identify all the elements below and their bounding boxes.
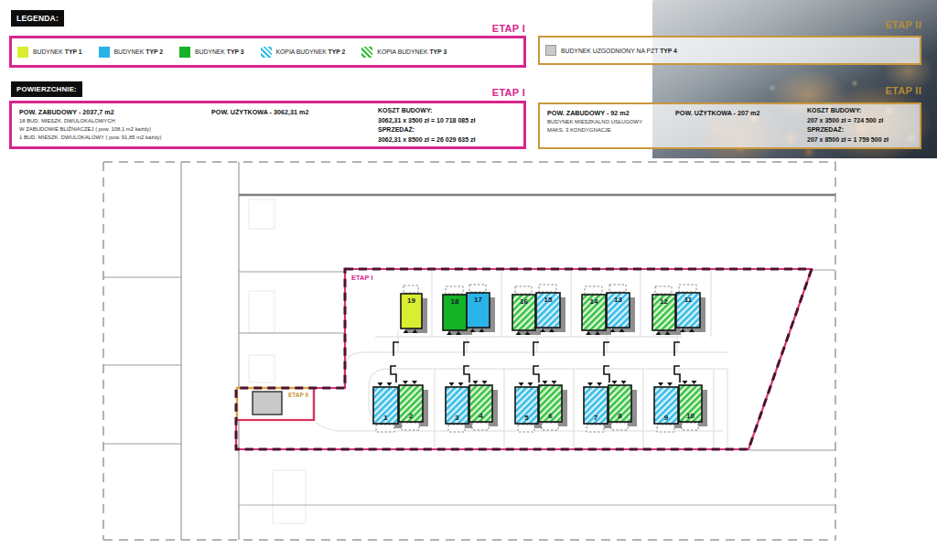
building-number: 17: [474, 296, 482, 304]
areas-etap1-label: ETAP I: [492, 87, 525, 98]
terrace: [376, 425, 394, 432]
terrace: [587, 425, 604, 432]
areas-etap1-box: POW. ZABUDOWY - 2037,7 m2 18 BUD. MIESZK…: [9, 101, 526, 149]
building-17: 17: [467, 285, 495, 332]
terrace: [404, 285, 418, 293]
terrace: [679, 285, 696, 292]
typ3-swatch: [179, 47, 190, 58]
building-10: 10: [679, 381, 707, 430]
building-number: 11: [684, 296, 693, 304]
legend-items: BUDYNEK TYP 1BUDYNEK TYP 2BUDYNEK TYP 3K…: [12, 38, 523, 65]
legend-item: KOPIA BUDYNEK TYP 3: [361, 47, 447, 58]
terrace: [655, 286, 672, 294]
buildings-layer: 19181716151413121112345678910: [253, 285, 707, 432]
legend-item-label: BUDYNEK UZGODNIONY NA PZT TYP 4: [561, 48, 677, 54]
legend-item: KOPIA BUDYNEK TYP 2: [261, 47, 346, 58]
pow-sub2: W ZABUDOWIE BLIŹNIACZEJ ( pow. 108,1 m2 …: [19, 125, 161, 134]
building-number: 15: [544, 296, 553, 304]
entrance-arrows: [473, 381, 488, 384]
entrance-arrows: [378, 382, 393, 386]
legend-etap2-box: BUDYNEK UZGODNIONY NA PZT TYP 4: [538, 36, 921, 65]
legend-etap1-box: BUDYNEK TYP 1BUDYNEK TYP 2BUDYNEK TYP 3K…: [9, 36, 526, 68]
entrance-arrows: [543, 381, 557, 384]
legend-item: BUDYNEK TYP 2: [99, 47, 164, 58]
terrace: [402, 423, 419, 430]
building-number: 2: [409, 412, 414, 420]
legend-item-label: BUDYNEK TYP 1: [33, 48, 82, 55]
plan-etap2-label: ETAP II: [288, 392, 308, 398]
pow-zabudowy-2: POW. ZABUDOWY - 92 m2: [547, 109, 642, 118]
terrace: [515, 286, 532, 294]
legend-title: LEGENDA:: [11, 10, 64, 27]
terrace: [609, 285, 626, 292]
building-6: 6: [539, 381, 567, 430]
koszt-title-2: KOSZT BUDOWY:: [807, 106, 889, 116]
pow-sub1-2: BUDYNEK MIESZKALNO USŁUGOWY: [547, 118, 642, 126]
areas-etap2-label: ETAP II: [885, 85, 921, 96]
building-number: 5: [524, 414, 529, 422]
koszt-value-2: 207 x 3500 zł = 724 500 zł: [807, 116, 889, 126]
plan-etap1-label: ETAP I: [351, 274, 372, 282]
typ4-swatch: [545, 45, 556, 56]
sprzedaz-title-2: SPRZEDAŻ:: [807, 125, 889, 135]
areas-etap2-koszt-col: KOSZT BUDOWY: 207 x 3500 zł = 724 500 zł…: [807, 106, 889, 145]
building-number: 8: [618, 412, 622, 420]
building-number: 3: [455, 414, 459, 422]
entrance-arrows: [587, 382, 602, 386]
legend-etap1-label: ETAP I: [492, 23, 525, 34]
building-13: 13: [607, 285, 635, 332]
entrance-arrows: [658, 382, 673, 386]
legend-item: BUDYNEK TYP 1: [17, 47, 82, 58]
terrace: [446, 286, 463, 294]
entrance-arrows: [449, 382, 464, 386]
areas-etap2-box: POW. ZABUDOWY - 92 m2 BUDYNEK MIESZKALNO…: [538, 102, 921, 149]
terrace: [585, 286, 602, 294]
areas-etap1-zabudowy-col: POW. ZABUDOWY - 2037,7 m2 18 BUD. MIESZK…: [19, 108, 161, 142]
building-number: 6: [548, 412, 553, 420]
pow-uzytkowa: POW. UŻYTKOWA - 3062,31 m2: [211, 108, 308, 117]
building-number: 12: [660, 297, 668, 306]
terrace: [539, 285, 556, 292]
typ1-swatch: [17, 47, 28, 58]
building-4: 4: [469, 381, 498, 430]
building-19: 19: [401, 285, 427, 333]
terrace: [472, 423, 489, 430]
areas-etap1-koszt-col: KOSZT BUDOWY: 3062,31 x 3500 zł = 10 718…: [378, 106, 475, 145]
building-number: 19: [407, 296, 415, 305]
terrace: [657, 425, 674, 432]
terrace: [611, 423, 628, 430]
legend-item: BUDYNEK TYP 3: [179, 47, 244, 58]
koszt-value: 3062,31 x 3500 zł = 10 718 085 zł: [378, 116, 475, 126]
pow-sub2-2: MAKS. 3 KONDYGNACJE: [547, 126, 642, 135]
building-number: 9: [664, 414, 669, 422]
building-number: 14: [590, 297, 598, 306]
areas-etap2-uzytkowa-col: POW. UŻYTKOWA - 207 m2: [675, 109, 759, 118]
terrace: [448, 425, 465, 432]
legend-item-label: BUDYNEK TYP 2: [114, 48, 164, 55]
terrace: [518, 425, 534, 432]
building-typ4: [253, 392, 282, 415]
areas-etap1-uzytkowa-col: POW. UŻYTKOWA - 3062,31 m2: [211, 108, 308, 117]
kopia3-swatch: [361, 47, 372, 58]
terrace: [682, 423, 698, 430]
kopia2-swatch: [261, 47, 272, 58]
terrace: [542, 423, 558, 430]
sprzedaz-title: SPRZEDAŻ:: [378, 125, 475, 135]
typ2-swatch: [99, 47, 110, 58]
koszt-title: KOSZT BUDOWY:: [378, 106, 475, 116]
building-number: 13: [614, 296, 622, 304]
parcel-lines: [103, 162, 835, 540]
legend-item-label: BUDYNEK TYP 3: [195, 48, 244, 55]
terrace: [469, 285, 486, 292]
pow-zabudowy: POW. ZABUDOWY - 2037,7 m2: [19, 108, 161, 117]
legend-etap2-item: BUDYNEK UZGODNIONY NA PZT TYP 4: [540, 38, 920, 63]
building-8: 8: [609, 381, 637, 430]
sprzedaz-value: 3062,31 x 8500 zł = 26 029 635 zł: [378, 135, 475, 145]
entrance-arrows: [403, 381, 417, 384]
areas-etap2-zabudowy-col: POW. ZABUDOWY - 92 m2 BUDYNEK MIESZKALNO…: [547, 109, 642, 135]
building-15: 15: [536, 285, 565, 332]
entrance-arrows: [612, 381, 627, 384]
building-number: 7: [594, 414, 598, 422]
entrance-arrows: [519, 382, 533, 386]
areas-title: POWIERZCHNIE:: [11, 81, 82, 97]
